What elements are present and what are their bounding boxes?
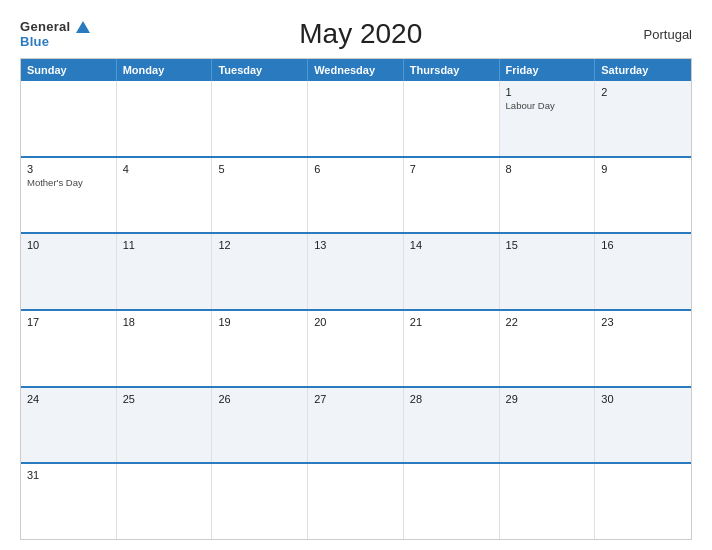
week-row-4: 17181920212223 (21, 309, 691, 386)
day-number: 4 (123, 163, 206, 175)
day-cell: 23 (595, 311, 691, 386)
day-cell: 1Labour Day (500, 81, 596, 156)
day-cell (595, 464, 691, 539)
day-number: 12 (218, 239, 301, 251)
day-cell: 8 (500, 158, 596, 233)
day-number: 30 (601, 393, 685, 405)
week-row-1: 1Labour Day2 (21, 81, 691, 156)
day-cell: 12 (212, 234, 308, 309)
day-number: 17 (27, 316, 110, 328)
day-cell: 16 (595, 234, 691, 309)
day-cell: 6 (308, 158, 404, 233)
day-cell (500, 464, 596, 539)
calendar: SundayMondayTuesdayWednesdayThursdayFrid… (20, 58, 692, 540)
day-event: Labour Day (506, 100, 589, 111)
day-number: 26 (218, 393, 301, 405)
day-cell (404, 464, 500, 539)
day-cell: 28 (404, 388, 500, 463)
day-number: 11 (123, 239, 206, 251)
day-number: 3 (27, 163, 110, 175)
day-number: 28 (410, 393, 493, 405)
day-header-monday: Monday (117, 59, 213, 81)
day-number: 31 (27, 469, 110, 481)
day-number: 16 (601, 239, 685, 251)
logo: General Blue (20, 19, 90, 49)
day-cell: 22 (500, 311, 596, 386)
logo-blue-text: Blue (20, 34, 49, 49)
day-cell (212, 81, 308, 156)
days-header: SundayMondayTuesdayWednesdayThursdayFrid… (21, 59, 691, 81)
day-number: 23 (601, 316, 685, 328)
day-number: 13 (314, 239, 397, 251)
day-cell: 29 (500, 388, 596, 463)
day-number: 7 (410, 163, 493, 175)
day-cell: 10 (21, 234, 117, 309)
header: General Blue May 2020 Portugal (20, 18, 692, 50)
day-cell: 14 (404, 234, 500, 309)
day-number: 6 (314, 163, 397, 175)
calendar-page: General Blue May 2020 Portugal SundayMon… (0, 0, 712, 550)
day-cell: 17 (21, 311, 117, 386)
day-cell: 3Mother's Day (21, 158, 117, 233)
day-number: 1 (506, 86, 589, 98)
logo-general-text: General (20, 19, 71, 34)
day-cell (308, 81, 404, 156)
day-number: 19 (218, 316, 301, 328)
day-cell: 18 (117, 311, 213, 386)
day-header-tuesday: Tuesday (212, 59, 308, 81)
country-label: Portugal (632, 27, 692, 42)
day-cell (21, 81, 117, 156)
day-cell: 19 (212, 311, 308, 386)
day-cell: 27 (308, 388, 404, 463)
week-row-6: 31 (21, 462, 691, 539)
day-header-thursday: Thursday (404, 59, 500, 81)
day-number: 15 (506, 239, 589, 251)
day-number: 25 (123, 393, 206, 405)
day-cell: 4 (117, 158, 213, 233)
day-cell: 2 (595, 81, 691, 156)
day-header-saturday: Saturday (595, 59, 691, 81)
day-header-friday: Friday (500, 59, 596, 81)
day-header-sunday: Sunday (21, 59, 117, 81)
day-number: 5 (218, 163, 301, 175)
day-cell: 21 (404, 311, 500, 386)
day-number: 27 (314, 393, 397, 405)
day-cell: 7 (404, 158, 500, 233)
day-cell: 25 (117, 388, 213, 463)
day-number: 10 (27, 239, 110, 251)
day-cell (404, 81, 500, 156)
day-number: 9 (601, 163, 685, 175)
month-title: May 2020 (90, 18, 632, 50)
day-number: 8 (506, 163, 589, 175)
weeks-container: 1Labour Day23Mother's Day456789101112131… (21, 81, 691, 539)
day-cell: 31 (21, 464, 117, 539)
day-cell: 30 (595, 388, 691, 463)
day-cell: 5 (212, 158, 308, 233)
day-cell: 26 (212, 388, 308, 463)
day-event: Mother's Day (27, 177, 110, 188)
day-cell: 15 (500, 234, 596, 309)
day-cell: 20 (308, 311, 404, 386)
week-row-2: 3Mother's Day456789 (21, 156, 691, 233)
day-number: 22 (506, 316, 589, 328)
day-number: 18 (123, 316, 206, 328)
day-cell (212, 464, 308, 539)
day-cell (308, 464, 404, 539)
day-cell: 24 (21, 388, 117, 463)
day-cell: 9 (595, 158, 691, 233)
day-number: 21 (410, 316, 493, 328)
day-number: 2 (601, 86, 685, 98)
day-cell (117, 81, 213, 156)
day-number: 29 (506, 393, 589, 405)
week-row-5: 24252627282930 (21, 386, 691, 463)
day-number: 20 (314, 316, 397, 328)
day-number: 14 (410, 239, 493, 251)
day-number: 24 (27, 393, 110, 405)
day-cell: 11 (117, 234, 213, 309)
week-row-3: 10111213141516 (21, 232, 691, 309)
logo-triangle-icon (76, 21, 90, 33)
day-cell (117, 464, 213, 539)
day-cell: 13 (308, 234, 404, 309)
day-header-wednesday: Wednesday (308, 59, 404, 81)
